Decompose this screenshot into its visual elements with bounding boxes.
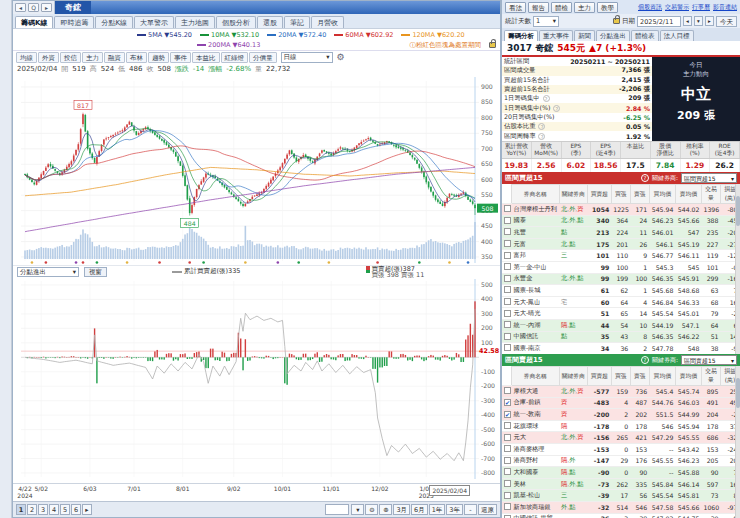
row-checkbox[interactable] <box>504 286 511 293</box>
sell-key-select[interactable]: 區間賣超15▾ <box>681 355 737 365</box>
column-header-交易量[interactable]: 交易量 <box>702 367 721 386</box>
range-button-3年[interactable]: 3年 <box>446 504 463 515</box>
help-icon[interactable]: ? <box>553 105 560 112</box>
column-header-買賣超[interactable]: 買賣超 <box>588 185 612 204</box>
toolbar-link-影音連結[interactable]: 影音連結 <box>713 3 737 12</box>
buy-row-2[interactable]: 兆豐點21322411546.01547235-20 <box>502 227 740 239</box>
row-checkbox[interactable] <box>504 240 511 247</box>
indicator-tab-2[interactable]: 投信 <box>60 52 81 63</box>
row-checkbox[interactable] <box>504 492 511 499</box>
main-tab-0[interactable]: 籌碼K線 <box>15 16 53 28</box>
buy-row-1[interactable]: 國泰北,外,點34036424546.23545.66388-45 <box>502 215 740 227</box>
row-checkbox[interactable] <box>504 205 511 212</box>
row-checkbox[interactable] <box>504 387 511 394</box>
indicator-tab-10[interactable]: 分價量 <box>249 52 277 63</box>
indicator-tab-0[interactable]: 均線 <box>16 52 37 63</box>
buy-row-0[interactable]: 台灣摩根士丹利北,外,資10541225171545.94544.021396-… <box>502 204 740 216</box>
buy-row-10[interactable]: 統一-內湖隔,點445410544.19547.1646 <box>502 319 740 331</box>
search-icon[interactable]: Q <box>28 3 39 12</box>
help-icon[interactable]: ? <box>641 356 649 364</box>
row-checkbox[interactable] <box>504 503 511 510</box>
buy-row-9[interactable]: 元大-晴光516514545.54545.0179-2 <box>502 308 740 320</box>
page-button-4[interactable]: 4 <box>49 504 59 515</box>
candlestick-svg[interactable]: 3504004505005506006507007508008509008174… <box>13 75 501 265</box>
zoom-in-icon[interactable]: ⊕ <box>379 504 392 515</box>
row-checkbox[interactable]: ✔ <box>504 399 511 406</box>
row-checkbox[interactable] <box>504 445 511 452</box>
page-button-2[interactable]: 2 <box>27 504 37 515</box>
help-icon[interactable]: ? <box>543 95 550 102</box>
row-checkbox[interactable] <box>504 434 511 441</box>
stat-days-select[interactable]: 1▾ <box>533 16 559 27</box>
range-input[interactable] <box>325 504 349 515</box>
page-button-▸[interactable]: ▸ <box>82 504 92 515</box>
toolbar-link-行事曆[interactable]: 行事曆 <box>692 3 710 12</box>
column-header-賣張[interactable]: 賣張 <box>630 367 649 386</box>
column-header-關鍵券商[interactable]: 關鍵券商 <box>559 185 588 204</box>
column-header-買賣超[interactable]: 買賣超 <box>588 367 612 386</box>
row-checkbox[interactable] <box>504 468 511 475</box>
buy-key-select[interactable]: 區間買超15▾ <box>681 173 737 183</box>
range-button-▾[interactable]: ▾ <box>351 504 364 515</box>
sell-row-9[interactable]: 凱基-松山三-391756545.54545.81738 <box>502 490 740 502</box>
sell-row-5[interactable]: 港商麥格理-1530153--543.42153-24 <box>502 443 740 455</box>
page-button-5[interactable]: 5 <box>60 504 70 515</box>
main-tab-1[interactable]: 即時追籌 <box>54 16 94 28</box>
buy-row-3[interactable]: 元富北,點17520126546.1545.19227-27 <box>502 238 740 250</box>
buy-row-4[interactable]: 富邦三1011109546.77546.11119-12 <box>502 250 740 262</box>
row-checkbox[interactable] <box>504 275 511 282</box>
column-header-買張[interactable]: 買張 <box>611 185 630 204</box>
row-checkbox[interactable] <box>504 344 511 351</box>
column-header-買均價[interactable]: 買均價 <box>649 185 675 204</box>
buy-row-6[interactable]: 永豐金北,外,點99199100546.35545.91299-16 <box>502 273 740 285</box>
analysis-tab-1[interactable]: 重大事件 <box>539 30 573 41</box>
indicator-tab-6[interactable]: 趨勢 <box>148 52 169 63</box>
column-header-賣張[interactable]: 賣張 <box>630 185 649 204</box>
page-button-3[interactable]: 3 <box>38 504 48 515</box>
lock-icon[interactable] <box>489 42 496 48</box>
help-icon[interactable]: ? <box>641 174 649 182</box>
gear-icon[interactable]: ⚙ <box>337 52 345 62</box>
row-checkbox[interactable] <box>504 310 511 317</box>
range-button-還原[interactable]: 還原 <box>478 504 497 515</box>
analysis-tab-4[interactable]: 體檢表 <box>631 30 659 41</box>
column-header-交易量[interactable]: 交易量 <box>702 185 721 204</box>
help-icon[interactable]: ? <box>538 133 545 140</box>
range-button-6月[interactable]: 6月 <box>411 504 428 515</box>
indicator-tab-1[interactable]: 外資 <box>38 52 59 63</box>
row-checkbox[interactable] <box>504 333 511 340</box>
forward-icon[interactable]: ▸ <box>41 3 52 12</box>
indicator-tab-4[interactable]: 融資 <box>104 52 125 63</box>
buy-row-11[interactable]: 中國信託點35438546.35546.225114 <box>502 331 740 343</box>
toolbar-button-主力[interactable]: 主力 <box>574 2 595 13</box>
sell-row-4[interactable]: 元大北,外,資-156265421547.29545.55686-32 <box>502 432 740 444</box>
date-input[interactable]: 2025/2/11 <box>637 16 681 27</box>
range-button--[interactable]: - <box>464 504 477 515</box>
row-checkbox[interactable] <box>504 298 511 305</box>
range-button-3月[interactable]: 3月 <box>393 504 410 515</box>
range-button-1年[interactable]: 1年 <box>429 504 446 515</box>
column-header-賣均價[interactable]: 賣均價 <box>675 367 701 386</box>
main-tab-7[interactable]: 筆記 <box>284 16 310 28</box>
column-header-券商名稱[interactable]: 券商名稱 <box>512 185 560 204</box>
main-tab-3[interactable]: 大單警示 <box>134 16 174 28</box>
row-checkbox[interactable] <box>504 457 511 464</box>
main-tab-5[interactable]: 個股分析 <box>216 16 256 28</box>
analysis-tab-5[interactable]: 法人目標 <box>660 30 694 41</box>
indicator-tab-5[interactable]: 布林 <box>126 52 147 63</box>
sell-row-11[interactable]: 中國信託-世貿-26228547.02544.7530-9 <box>502 513 740 518</box>
row-checkbox[interactable] <box>504 480 511 487</box>
toolbar-link-交易警示[interactable]: 交易警示 <box>665 3 689 12</box>
indicator-tab-7[interactable]: 事件 <box>170 52 191 63</box>
analysis-tab-0[interactable]: 籌碼分析 <box>504 30 538 41</box>
buy-row-8[interactable]: 元大-鳳山宅60644546.84546.336816 <box>502 296 740 308</box>
flow-indicator-select[interactable]: 分點進出▾ <box>17 267 79 277</box>
flow-window-button[interactable]: 視窗 <box>84 267 107 277</box>
toolbar-button-報告[interactable]: 報告 <box>528 2 549 13</box>
row-checkbox[interactable] <box>504 217 511 224</box>
page-button-6[interactable]: 6 <box>71 504 81 515</box>
sell-row-10[interactable]: 新加坡商瑞銀外,點-32514546547.58545.661060-97 <box>502 501 740 513</box>
period-select[interactable]: 日線▾ <box>281 52 333 63</box>
today-button[interactable]: 今天 <box>716 16 737 27</box>
sell-row-1[interactable]: ✔合庫-前鎮資-4834487544.76546.0349149 <box>502 397 740 409</box>
